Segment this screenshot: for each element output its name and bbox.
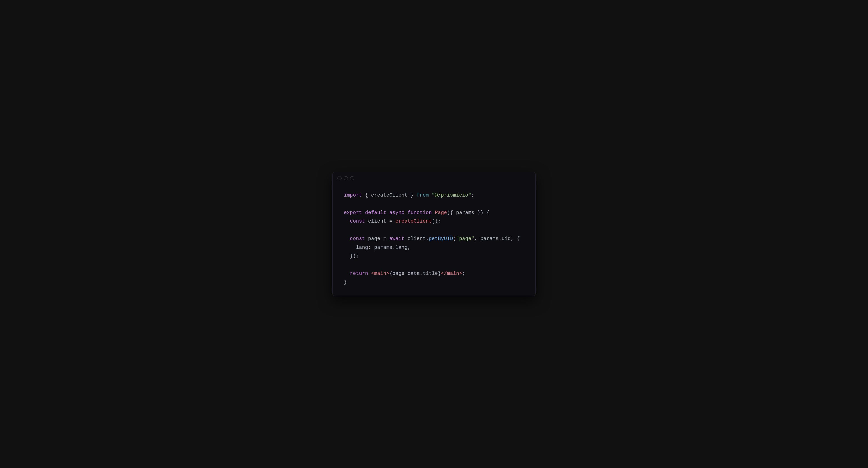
close-button[interactable] — [338, 176, 342, 180]
code-token: return — [350, 271, 368, 276]
code-token — [386, 236, 389, 241]
line-empty3 — [344, 261, 524, 270]
code-token: lang — [356, 245, 368, 251]
code-token: const — [350, 236, 365, 241]
code-token: } — [344, 280, 347, 285]
code-token: ; — [471, 193, 474, 198]
code-token: ; — [462, 271, 465, 276]
line-lang-line: lang: params.lang, — [344, 243, 524, 252]
line-export-line: export default async function Page({ par… — [344, 209, 524, 217]
code-token: import — [344, 193, 362, 198]
code-token — [432, 210, 435, 215]
code-token: <main> — [371, 271, 390, 276]
code-token: from — [416, 193, 429, 198]
code-token: = — [389, 218, 392, 224]
indent — [344, 236, 350, 241]
code-token: getByUID — [429, 236, 453, 241]
code-token: ({ — [447, 210, 456, 215]
code-token: page — [365, 236, 383, 241]
indent — [344, 253, 350, 259]
maximize-button[interactable] — [350, 176, 354, 180]
minimize-button[interactable] — [344, 176, 348, 180]
code-token: = — [383, 236, 386, 241]
line-const-page-line: const page = await client.getByUID("page… — [344, 235, 524, 243]
code-token: client. — [405, 236, 429, 241]
code-token: "@/prismicio" — [432, 193, 471, 198]
code-editor: import { createClient } from "@/prismici… — [333, 184, 535, 296]
indent — [344, 218, 350, 224]
code-token: </main> — [441, 271, 462, 276]
code-token: } — [408, 193, 416, 198]
code-window: import { createClient } from "@/prismici… — [332, 172, 536, 296]
code-token: ( — [453, 236, 456, 241]
code-token: }); — [350, 253, 359, 259]
code-token — [368, 271, 371, 276]
code-token: function — [408, 210, 432, 215]
code-token: Page — [435, 210, 447, 215]
code-token: "page" — [456, 236, 474, 241]
code-token: async — [389, 210, 404, 215]
code-token — [386, 210, 389, 215]
line-close-brace-line: } — [344, 278, 524, 287]
code-token: : params.lang, — [368, 245, 410, 251]
code-token: params — [456, 210, 474, 215]
code-token: {page.data.title} — [389, 271, 441, 276]
code-token: }) { — [474, 210, 489, 215]
code-token: (); — [432, 218, 441, 224]
line-import-line: import { createClient } from "@/prismici… — [344, 191, 524, 200]
line-close-paren-line: }); — [344, 252, 524, 261]
code-token — [393, 218, 395, 224]
code-token — [429, 193, 432, 198]
indent — [344, 245, 356, 251]
line-empty1 — [344, 200, 524, 209]
code-token: const — [350, 218, 365, 224]
code-token: default — [365, 210, 386, 215]
code-token — [405, 210, 408, 215]
code-token — [362, 210, 365, 215]
indent — [344, 271, 350, 276]
code-token: createClient — [371, 193, 408, 198]
code-token: client — [365, 218, 389, 224]
code-token: , params.uid, { — [474, 236, 520, 241]
line-const-client-line: const client = createClient(); — [344, 217, 524, 226]
title-bar — [333, 172, 535, 184]
code-token: await — [389, 236, 404, 241]
code-token: createClient — [395, 218, 432, 224]
code-token: export — [344, 210, 362, 215]
code-token: { — [362, 193, 371, 198]
line-empty2 — [344, 226, 524, 235]
line-return-line: return <main>{page.data.title}</main>; — [344, 269, 524, 278]
